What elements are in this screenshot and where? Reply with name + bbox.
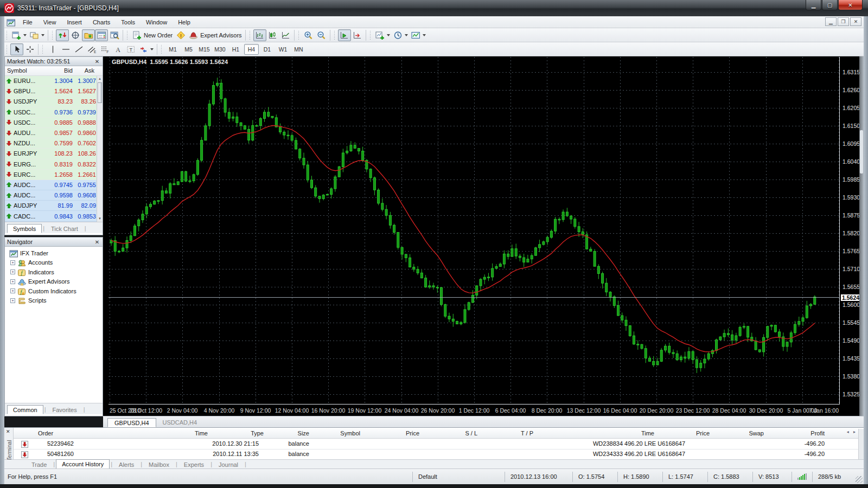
dropdown-arrow-icon[interactable] (41, 34, 44, 36)
market-watch-row-euru[interactable]: EURU...1.30041.3007 (5, 76, 103, 86)
line-chart-button[interactable] (279, 29, 292, 41)
navigator-item-scripts[interactable]: +Scripts (7, 296, 103, 306)
terminal-tab-mailbox[interactable]: Mailbox (143, 460, 175, 468)
child-restore-button[interactable]: ❐ (838, 17, 849, 26)
navigator-close-icon[interactable]: ✕ (94, 239, 100, 245)
terminal-tab-account-history[interactable]: Account History (56, 459, 110, 468)
zoom-out-button[interactable] (315, 29, 328, 41)
dropdown-arrow-icon[interactable] (150, 48, 154, 50)
column-symbol[interactable]: Symbol (5, 66, 52, 75)
terminal-tab-journal[interactable]: Journal (213, 460, 244, 468)
text-button[interactable]: A (111, 43, 124, 55)
column-price[interactable]: Price (696, 430, 710, 436)
expand-plus-icon[interactable]: + (10, 298, 15, 303)
market-watch-row-audc[interactable]: AUDC...0.95980.9608 (5, 190, 103, 201)
maximize-button[interactable]: ▢ (822, 0, 838, 10)
menu-view[interactable]: View (38, 17, 62, 27)
market-watch-row-usdc[interactable]: USDC...0.97360.9739 (5, 107, 103, 118)
navigator-item-custom-indicators[interactable]: +fCustom Indicators (7, 286, 103, 296)
profiles-button[interactable] (28, 29, 46, 41)
resize-grip[interactable] (856, 476, 863, 483)
metaeditor-button[interactable]: ! (174, 29, 187, 41)
market-watch-row-eurjpy[interactable]: EURJPY108.23108.26 (5, 149, 103, 159)
timeframe-m1-button[interactable]: M1 (165, 44, 180, 55)
navigator-tab-favorites[interactable]: Favorites (47, 405, 82, 414)
terminal-tab-trade[interactable]: Trade (26, 460, 52, 468)
minimize-button[interactable]: ▁ (806, 0, 821, 10)
expand-plus-icon[interactable]: + (10, 260, 15, 265)
history-row-50481260[interactable]: 504812602010.12.11 13:35balanceWD234333 … (14, 450, 858, 460)
trendline-button[interactable] (72, 43, 85, 55)
timeframe-m30-button[interactable]: M30 (213, 44, 227, 55)
market-watch-row-cadc[interactable]: CADC...0.98430.9853 (5, 211, 103, 221)
channel-button[interactable]: E (85, 43, 98, 55)
timeframe-h1-button[interactable]: H1 (228, 44, 243, 55)
scrollbar-thumb[interactable] (98, 82, 102, 103)
column-order[interactable]: Order (38, 430, 53, 436)
market-watch-row-audc[interactable]: AUDC...0.97450.9755 (5, 180, 103, 190)
dropdown-arrow-icon[interactable] (23, 34, 27, 36)
column-ask[interactable]: Ask (75, 66, 97, 75)
chart-vertical-scrollbar[interactable] (859, 56, 864, 416)
navigator-item-expert-advisors[interactable]: +Expert Advisors (7, 277, 103, 287)
market-watch-row-gbpu[interactable]: GBPU...1.56241.5627 (5, 86, 103, 97)
market-watch-close-icon[interactable]: ✕ (94, 59, 100, 65)
vline-button[interactable] (46, 43, 59, 55)
menu-insert[interactable]: Insert (61, 17, 87, 27)
menu-help[interactable]: Help (173, 17, 196, 27)
terminal-tab-alerts[interactable]: Alerts (113, 460, 139, 468)
indicators-button[interactable] (374, 29, 392, 41)
scroll-up-icon[interactable]: ▲ (98, 76, 102, 81)
market-watch-row-eurg[interactable]: EURG...0.83190.8322 (5, 159, 103, 170)
history-row-52239462[interactable]: 522394622010.12.30 21:15balanceWD238834 … (14, 439, 858, 450)
menu-tools[interactable]: Tools (116, 17, 141, 27)
terminal-button[interactable] (95, 29, 108, 41)
data-window-button[interactable] (69, 29, 82, 41)
new-order-button[interactable]: New Order (131, 29, 174, 41)
new-chart-button[interactable] (10, 29, 28, 41)
navigator-root-item[interactable]: IFX Trader (7, 248, 103, 258)
chart-shift-button[interactable] (351, 29, 364, 41)
close-button[interactable]: ✕ (838, 0, 863, 10)
market-watch-button[interactable] (56, 29, 69, 41)
templates-button[interactable] (410, 29, 427, 41)
price-axis[interactable]: 1.63151.62601.62051.61501.60951.60401.59… (840, 57, 858, 404)
market-watch-row-audu[interactable]: AUDU...0.98570.9860 (5, 128, 103, 138)
chart-plot-area[interactable]: GBPUSD,H4 1.5595 1.5626 1.5593 1.5624 (108, 57, 840, 404)
column-profit[interactable]: Profit (810, 430, 825, 436)
market-watch-tab-symbols[interactable]: Symbols (7, 224, 42, 233)
crosshair-button[interactable] (23, 43, 36, 55)
market-watch-row-audjpy[interactable]: AUDJPY81.9982.09 (5, 201, 103, 211)
chart-window-icon[interactable] (7, 18, 15, 26)
menu-window[interactable]: Window (141, 17, 173, 27)
navigator-item-accounts[interactable]: +Accounts (7, 258, 103, 268)
column-swap[interactable]: Swap (749, 430, 764, 436)
market-watch-row-nzdu[interactable]: NZDU...0.75990.7602 (5, 138, 103, 149)
terminal-scroll-arrows[interactable]: ◂ ▸ (847, 429, 857, 434)
timeframe-m5-button[interactable]: M5 (181, 44, 196, 55)
text-label-button[interactable]: T (124, 43, 137, 55)
child-minimize-button[interactable]: ▁ (825, 17, 837, 26)
navigator-item-indicators[interactable]: +fIndicators (7, 267, 103, 277)
timeframe-mn-button[interactable]: MN (291, 44, 306, 55)
navigator-tab-common[interactable]: Common (7, 405, 43, 414)
column-size[interactable]: Size (298, 430, 309, 436)
status-profile[interactable]: Default (412, 472, 505, 482)
scrollbar-thumb[interactable] (860, 130, 863, 174)
expand-plus-icon[interactable]: + (10, 279, 15, 284)
fibonacci-button[interactable]: F (98, 43, 111, 55)
market-watch-row-eurc[interactable]: EURC...1.26581.2661 (5, 170, 103, 180)
column-price[interactable]: Price (406, 430, 419, 436)
column-sl[interactable]: S / L (465, 430, 477, 436)
menu-file[interactable]: File (17, 17, 38, 27)
column-time[interactable]: Time (641, 430, 654, 436)
candles-button[interactable] (266, 29, 279, 41)
column-bid[interactable]: Bid (52, 66, 75, 75)
navigator-button[interactable] (82, 29, 95, 41)
dropdown-arrow-icon[interactable] (387, 34, 390, 36)
scroll-down-icon[interactable]: ▼ (98, 216, 102, 221)
periods-button[interactable] (392, 29, 410, 41)
column-type[interactable]: Type (251, 430, 264, 436)
chart-tab-usdcad-h4[interactable]: USDCAD,H4 (156, 418, 204, 427)
menu-charts[interactable]: Charts (87, 17, 116, 27)
